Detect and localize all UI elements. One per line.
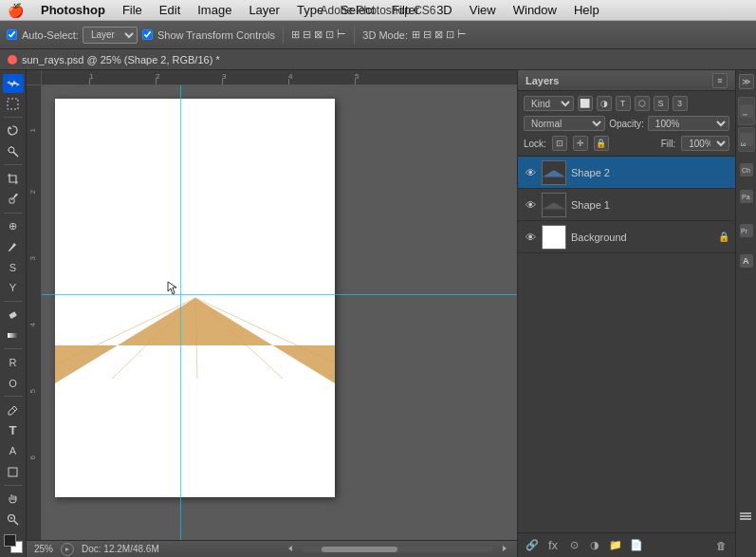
svg-rect-43 <box>740 515 751 517</box>
tool-clone[interactable]: S <box>3 258 24 277</box>
auto-select-dropdown[interactable]: Layer Group <box>83 27 138 44</box>
layers-panel-footer: 🔗 fx ⊙ ◑ 📁 📄 🗑 <box>518 532 735 557</box>
scroll-bar[interactable] <box>303 547 492 552</box>
filter-3d-icon[interactable]: 3 <box>673 96 688 111</box>
layers-controls: Kind ⬜ ◑ T ⬡ S 3 Normal Multiply Screen … <box>518 91 735 157</box>
tab-bar: sun_rays.psd @ 25% (Shape 2, RGB/16) * <box>0 49 756 70</box>
layer-lock-icon: 🔒 <box>718 232 729 242</box>
show-transform-label: Show Transform Controls <box>157 29 275 41</box>
layer-visibility-shape1[interactable]: 👁 <box>524 198 537 212</box>
properties-panel-tab[interactable]: Pr <box>738 218 755 243</box>
character-panel-tab[interactable]: A <box>738 249 755 273</box>
tool-shapes[interactable] <box>3 462 24 481</box>
tool-hand[interactable] <box>3 490 24 509</box>
svg-rect-30 <box>740 104 753 118</box>
filter-smart-icon[interactable]: S <box>654 96 669 111</box>
menubar: 🍎 Photoshop Adobe Photoshop CS6 File Edi… <box>0 0 756 21</box>
tools-separator-1 <box>4 117 23 118</box>
layer-visibility-bg[interactable]: 👁 <box>524 231 537 244</box>
svg-line-13 <box>14 521 18 525</box>
tool-blur[interactable]: R <box>3 353 24 372</box>
tool-move[interactable] <box>3 74 24 93</box>
tool-magic-wand[interactable] <box>3 142 24 161</box>
tool-brush[interactable] <box>3 237 24 256</box>
new-group-btn[interactable]: 📁 <box>607 537 624 554</box>
lock-all-btn[interactable]: 🔒 <box>594 136 609 151</box>
tool-crop[interactable] <box>3 169 24 188</box>
layer-item-shape2[interactable]: 👁 Shape 2 <box>518 157 735 189</box>
kind-dropdown[interactable]: Kind <box>524 96 574 111</box>
toolbar-separator-1 <box>283 27 284 44</box>
tool-healing[interactable]: ⊕ <box>3 217 24 236</box>
adjustment-layer-btn[interactable]: ◑ <box>586 537 603 554</box>
tool-zoom[interactable] <box>3 510 24 529</box>
auto-select-checkbox[interactable] <box>7 29 16 39</box>
guide-vertical <box>180 85 181 557</box>
paths-panel-tab[interactable]: Pa <box>738 184 755 209</box>
opacity-dropdown[interactable]: 100% <box>648 116 729 131</box>
layer-item-background[interactable]: 👁 Background 🔒 <box>518 221 735 253</box>
3d-panel-tab[interactable]: 3D <box>738 127 755 152</box>
svg-rect-42 <box>740 512 751 514</box>
svg-line-3 <box>13 152 18 157</box>
blend-mode-dropdown[interactable]: Normal Multiply Screen <box>524 116 605 131</box>
layer-item-shape1[interactable]: 👁 Shape 1 <box>518 189 735 221</box>
add-style-btn[interactable]: fx <box>544 537 562 554</box>
tool-text[interactable]: T <box>3 421 24 440</box>
svg-rect-7 <box>9 198 14 203</box>
tool-gradient[interactable] <box>3 326 24 345</box>
layer-name-shape1: Shape 1 <box>571 199 729 211</box>
delete-layer-btn[interactable]: 🗑 <box>712 537 729 554</box>
filter-type-icon[interactable]: T <box>616 96 631 111</box>
tool-dodge[interactable]: O <box>3 374 24 393</box>
menu-help[interactable]: Help <box>566 1 607 19</box>
info-panel-tab[interactable]: i <box>738 97 755 125</box>
menu-file[interactable]: File <box>115 1 150 19</box>
link-layers-btn[interactable]: 🔗 <box>524 537 541 554</box>
toolbar-separator-2 <box>354 27 355 44</box>
layers-panel-menu-btn[interactable]: ≡ <box>712 73 728 88</box>
lock-label: Lock: <box>524 139 546 149</box>
tool-lasso[interactable] <box>3 121 24 140</box>
tool-pen[interactable] <box>3 400 24 419</box>
statusbar-scroll-right[interactable] <box>500 544 509 555</box>
side-panel-expand[interactable]: ≫ <box>739 74 754 89</box>
layer-visibility-shape2[interactable]: 👁 <box>524 166 537 179</box>
layer-thumb-bg <box>542 225 566 250</box>
tool-marquee[interactable] <box>3 95 24 114</box>
channels-panel-tab[interactable]: Ch <box>738 158 755 182</box>
menu-select[interactable]: Select <box>333 1 382 19</box>
menu-edit[interactable]: Edit <box>152 1 188 19</box>
menu-layer[interactable]: Layer <box>241 1 287 19</box>
tool-eraser[interactable] <box>3 306 24 325</box>
add-mask-btn[interactable]: ⊙ <box>565 537 582 554</box>
layers-button[interactable] <box>737 508 754 525</box>
statusbar-scroll-left[interactable] <box>286 544 295 555</box>
app-name-menu[interactable]: Photoshop <box>33 1 113 19</box>
layer-thumb-shape2 <box>542 160 566 185</box>
menu-type[interactable]: Type <box>289 1 331 19</box>
svg-text:A: A <box>743 256 749 266</box>
layers-blend-row: Normal Multiply Screen Opacity: 100% <box>524 115 729 132</box>
menu-view[interactable]: View <box>462 1 504 19</box>
apple-logo-icon[interactable]: 🍎 <box>8 3 24 18</box>
show-transform-checkbox[interactable] <box>142 29 152 39</box>
menu-filter[interactable]: Filter <box>384 1 427 19</box>
menu-3d[interactable]: 3D <box>429 1 460 19</box>
filter-shape-icon[interactable]: ⬡ <box>635 96 650 111</box>
tool-path-select[interactable]: A <box>3 442 24 461</box>
menu-image[interactable]: Image <box>190 1 239 19</box>
menu-window[interactable]: Window <box>506 1 564 19</box>
fill-dropdown[interactable]: 100% <box>681 136 729 151</box>
tool-eyedropper[interactable] <box>3 190 24 209</box>
lock-pixels-btn[interactable]: ⊡ <box>552 136 567 151</box>
status-arrow-icon[interactable] <box>61 543 74 556</box>
lock-position-btn[interactable]: ✛ <box>573 136 588 151</box>
document-tab[interactable]: sun_rays.psd @ 25% (Shape 2, RGB/16) * <box>22 54 220 65</box>
filter-adjust-icon[interactable]: ◑ <box>597 96 612 111</box>
foreground-bg-colors[interactable] <box>4 534 23 553</box>
filter-pixel-icon[interactable]: ⬜ <box>578 96 593 111</box>
tool-history[interactable]: Y <box>3 278 24 297</box>
tab-close-button[interactable] <box>8 55 17 65</box>
new-layer-btn[interactable]: 📄 <box>628 537 645 554</box>
